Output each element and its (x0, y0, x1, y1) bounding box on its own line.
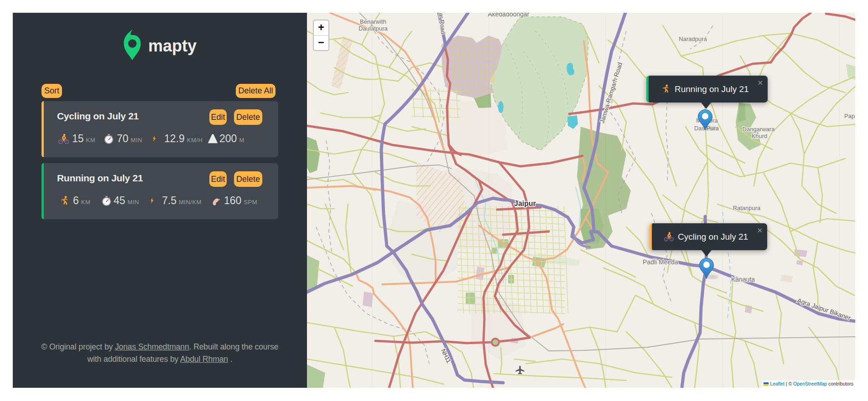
svg-text:Kanauta: Kanauta (731, 276, 755, 283)
svg-text:Naradpura: Naradpura (679, 36, 707, 42)
svg-text:Jaipur: Jaipur (514, 200, 536, 207)
svg-text:Khurd: Khurd (752, 133, 768, 139)
svg-text:Pap: Pap (844, 113, 855, 119)
svg-text:Akedadoongar: Akedadoongar (488, 13, 529, 18)
svg-text:Dangarwara: Dangarwara (743, 126, 775, 133)
svg-text:Padli Meeda: Padli Meeda (643, 258, 678, 266)
svg-text:Ratanpura: Ratanpura (733, 205, 761, 211)
svg-text:Benarwith: Benarwith (360, 18, 386, 25)
svg-text:Daulatpura: Daulatpura (359, 25, 388, 32)
